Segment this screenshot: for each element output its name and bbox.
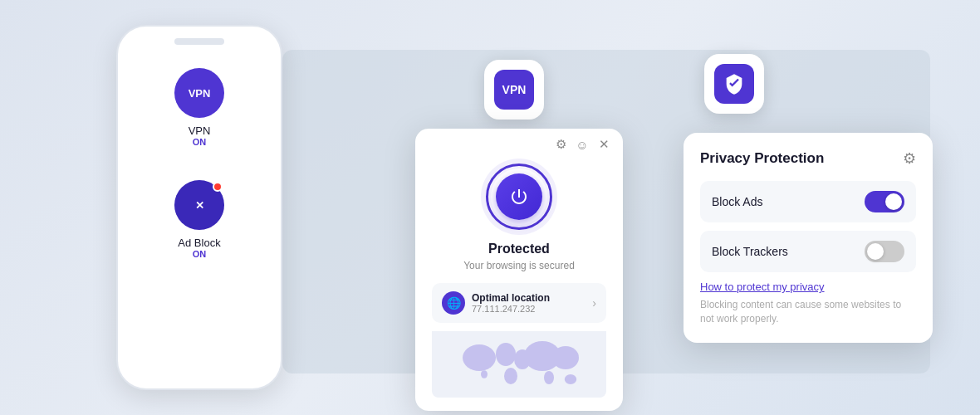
map-area: [432, 331, 606, 398]
privacy-settings-button[interactable]: ⚙: [903, 149, 916, 168]
block-trackers-toggle[interactable]: [865, 241, 904, 262]
phone-adblock-label: Ad Block: [178, 237, 220, 249]
svg-point-0: [463, 344, 496, 371]
svg-point-1: [496, 343, 516, 366]
location-ip: 77.111.247.232: [472, 304, 550, 314]
shield-check-icon: [723, 72, 746, 95]
privacy-popup: Privacy Protection ⚙ Block Ads Block Tra…: [684, 133, 933, 343]
floating-shield-icon: [714, 64, 754, 104]
svg-point-7: [565, 374, 576, 384]
floating-vpn-icon: VPN: [494, 70, 534, 110]
power-circle[interactable]: [486, 164, 552, 230]
privacy-note: Blocking content can cause some websites…: [700, 298, 916, 326]
power-button[interactable]: [496, 173, 542, 220]
phone-adblock-icon[interactable]: ✕: [174, 180, 224, 230]
svg-point-8: [481, 370, 488, 378]
phone-vpn-icon-text: VPN: [189, 87, 211, 100]
globe-icon: 🌐: [442, 291, 465, 315]
vpn-popup: ⚙ ☺ ✕ Protected Your browsing is secured…: [415, 129, 623, 411]
vpn-popup-header: ⚙ ☺ ✕: [415, 129, 623, 157]
privacy-title: Privacy Protection: [700, 150, 824, 167]
privacy-header: Privacy Protection ⚙: [700, 149, 916, 168]
svg-point-5: [504, 368, 517, 384]
block-trackers-row[interactable]: Block Trackers: [700, 231, 916, 272]
location-info: Optimal location 77.111.247.232: [472, 292, 550, 314]
power-icon: [509, 187, 529, 207]
phone-notch: [174, 38, 224, 45]
location-row[interactable]: 🌐 Optimal location 77.111.247.232 ›: [432, 283, 606, 323]
block-trackers-knob: [867, 243, 884, 260]
floating-vpn-label: VPN: [502, 83, 527, 96]
phone-vpn-label: VPN: [189, 124, 211, 137]
world-map-svg: [432, 331, 606, 398]
block-ads-label: Block Ads: [712, 195, 762, 208]
vpn-close-button[interactable]: ✕: [596, 137, 611, 152]
vpn-popup-body: Protected Your browsing is secured 🌐 Opt…: [415, 157, 623, 411]
block-ads-knob: [885, 193, 902, 210]
svg-point-4: [552, 346, 579, 369]
phone-vpn-status: ON: [193, 137, 207, 147]
privacy-help-link[interactable]: How to protect my privacy: [700, 281, 916, 293]
phone-vpn-item[interactable]: VPN VPN ON: [174, 68, 224, 147]
chevron-right-icon: ›: [592, 296, 596, 310]
block-ads-row[interactable]: Block Ads: [700, 181, 916, 222]
vpn-status-subtitle: Your browsing is secured: [463, 260, 575, 271]
svg-point-6: [544, 371, 554, 384]
location-label: Optimal location: [472, 292, 550, 304]
floating-shield-icon-container: [704, 54, 764, 114]
phone-vpn-icon[interactable]: VPN: [174, 68, 224, 118]
location-left: 🌐 Optimal location 77.111.247.232: [442, 291, 550, 315]
phone-mockup: VPN VPN ON ✕ Ad Block ON: [116, 25, 282, 390]
phone-adblock-item[interactable]: ✕ Ad Block ON: [174, 180, 224, 259]
vpn-settings-button[interactable]: ⚙: [553, 137, 568, 152]
block-trackers-label: Block Trackers: [712, 245, 788, 258]
vpn-status-title: Protected: [488, 242, 550, 256]
block-ads-toggle[interactable]: [865, 191, 904, 212]
phone-adblock-icon-text: ✕: [195, 199, 204, 212]
floating-vpn-icon-container: VPN: [484, 60, 544, 120]
phone-adblock-badge: [213, 182, 223, 192]
vpn-emoji-button[interactable]: ☺: [575, 137, 590, 152]
phone-adblock-status: ON: [193, 249, 207, 259]
